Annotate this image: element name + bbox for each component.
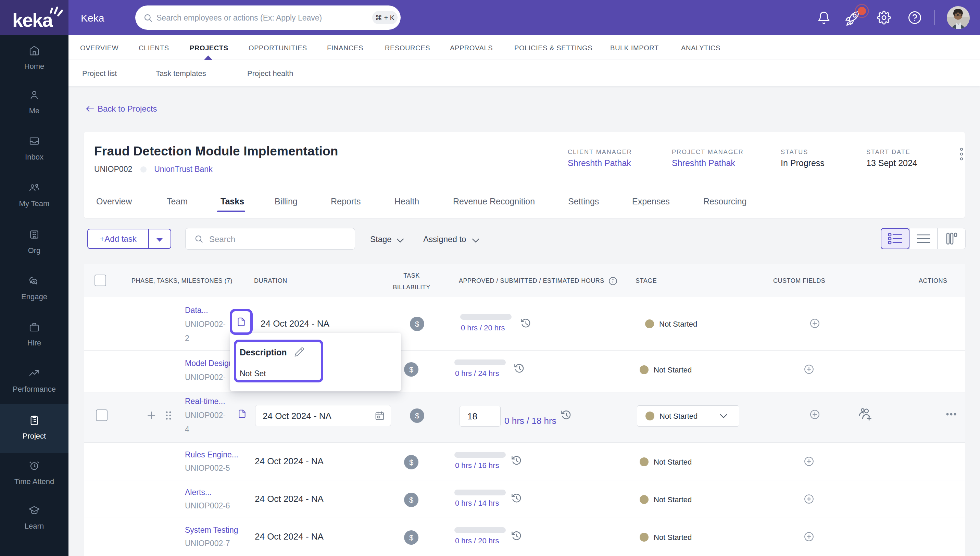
svg-text:keka: keka — [12, 9, 53, 31]
